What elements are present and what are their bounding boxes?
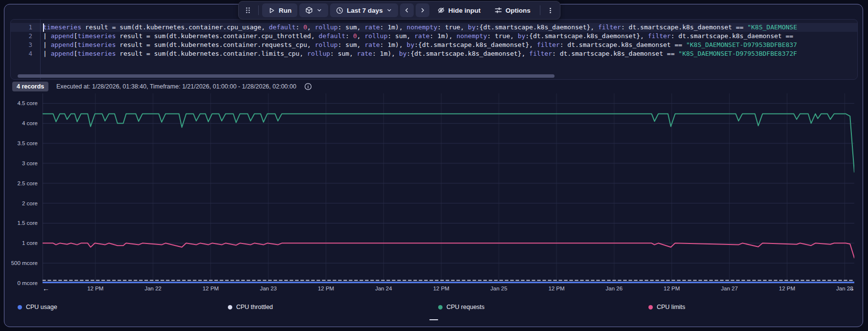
cell-resize-handle[interactable] — [429, 319, 438, 321]
sliders-icon — [494, 6, 502, 14]
y-axis-label: 1 core — [4, 240, 38, 246]
drag-handle[interactable] — [241, 3, 255, 17]
x-axis-label: Jan 24 — [366, 286, 401, 291]
code-line[interactable]: 3| append[timeseries result = sum(dt.kub… — [11, 41, 857, 49]
legend-color-dot — [438, 305, 443, 309]
legend-item-cpu-throttled[interactable]: CPU throttled — [228, 304, 273, 310]
notebook-cell: Run Last 7 days — [4, 4, 863, 327]
legend-color-dot — [648, 305, 653, 309]
y-axis-label: 0 mcore — [4, 280, 38, 286]
x-axis-label: 12 PM — [539, 286, 574, 291]
legend-label: CPU throttled — [236, 304, 273, 310]
info-icon[interactable] — [304, 83, 312, 90]
legend-color-dot — [228, 305, 232, 309]
legend-item-cpu-requests[interactable]: CPU requests — [438, 304, 485, 310]
records-count-badge: 4 records — [12, 82, 48, 91]
execution-info-text: Executed at: 1/28/2026, 01:38:40, Timefr… — [56, 83, 296, 90]
x-axis-label: 12 PM — [309, 286, 344, 291]
hide-input-button[interactable]: Hide input — [431, 3, 487, 17]
x-axis-label: Jan 23 — [251, 286, 286, 291]
chevron-left-icon — [403, 7, 410, 14]
code-text: | append[timeseries result = sum(dt.kube… — [40, 41, 857, 49]
legend-label: CPU limits — [657, 304, 685, 310]
x-axis-label: 12 PM — [78, 286, 113, 291]
x-axis-label: Jan 27 — [712, 286, 747, 291]
x-axis-label: 12 PM — [654, 286, 690, 291]
cell-toolbar: Run Last 7 days — [238, 1, 560, 20]
line-number: 3 — [11, 41, 40, 49]
y-axis-label: 4 core — [4, 120, 38, 126]
timeframe-label: Last 7 days — [347, 7, 383, 14]
drag-handle-icon — [244, 6, 252, 14]
legend-item-cpu-limits[interactable]: CPU limits — [648, 304, 685, 310]
code-text: | append[timeseries result = sum(dt.kube… — [40, 32, 857, 41]
code-line[interactable]: 1timeseries result = sum(dt.kubernetes.c… — [11, 23, 857, 32]
y-axis-label: 4.5 core — [4, 100, 38, 106]
code-area: 1timeseries result = sum(dt.kubernetes.c… — [11, 23, 857, 58]
legend-item-cpu-usage[interactable]: CPU usage — [18, 304, 57, 310]
y-axis-label: 1.5 core — [4, 220, 38, 226]
legend-color-dot — [18, 305, 22, 309]
x-axis-label: 12 PM — [769, 286, 804, 291]
x-axis-label: Jan 28 — [827, 286, 862, 291]
y-axis-label: 3 core — [4, 160, 38, 166]
line-number: 1 — [11, 23, 40, 32]
y-axis-label: 500 mcore — [4, 260, 38, 266]
hide-input-label: Hide input — [448, 7, 481, 14]
scrollbar-thumb[interactable] — [18, 74, 555, 78]
previous-timeframe-button[interactable] — [400, 3, 414, 17]
more-actions-button[interactable] — [544, 3, 557, 17]
query-editor[interactable]: 1timeseries result = sum(dt.kubernetes.c… — [10, 19, 858, 80]
results-bar: 4 records Executed at: 1/28/2026, 01:38:… — [12, 81, 312, 92]
line-number: 2 — [11, 32, 40, 41]
editor-horizontal-scrollbar — [15, 74, 853, 78]
y-axis-label: 3.5 core — [4, 140, 38, 146]
code-line[interactable]: 4| append[timeseries result = sum(dt.kub… — [11, 49, 857, 58]
timeseries-chart[interactable]: 0 mcore500 mcore1 core1.5 core2 core2.5 … — [4, 93, 864, 300]
x-axis-label: Jan 22 — [135, 286, 171, 291]
pan-left-arrow[interactable]: ← — [43, 284, 49, 293]
x-axis-label: Jan 26 — [597, 286, 632, 291]
code-text: | append[timeseries result = sum(dt.kube… — [40, 49, 857, 58]
y-axis-label: 2.5 core — [4, 180, 38, 186]
chart-plot-svg[interactable] — [43, 93, 854, 284]
eye-slash-icon — [437, 6, 445, 14]
run-button-label: Run — [279, 7, 291, 14]
toolbar-divider — [258, 5, 259, 15]
legend-label: CPU requests — [446, 304, 485, 310]
x-axis-label: Jan 25 — [481, 286, 516, 291]
play-icon — [268, 7, 275, 14]
cube-icon — [305, 6, 313, 14]
chevron-down-icon — [386, 7, 392, 13]
options-button[interactable]: Options — [489, 3, 536, 17]
options-label: Options — [506, 7, 531, 14]
chart-legend: CPU usageCPU throttledCPU requestsCPU li… — [4, 304, 864, 316]
legend-label: CPU usage — [26, 304, 57, 310]
kebab-menu-icon — [547, 7, 554, 14]
x-axis-label: 12 PM — [193, 286, 228, 291]
code-text: timeseries result = sum(dt.kubernetes.co… — [40, 23, 857, 32]
line-number: 4 — [11, 49, 40, 58]
toolbar-divider — [540, 5, 540, 15]
run-button[interactable]: Run — [262, 3, 297, 17]
y-axis-label: 2 core — [4, 200, 38, 206]
clock-icon — [336, 7, 343, 14]
text-cursor — [43, 23, 44, 32]
section-type-button[interactable] — [299, 3, 328, 17]
x-axis-label: 12 PM — [423, 286, 459, 291]
next-timeframe-button[interactable] — [416, 3, 429, 17]
chevron-down-icon — [316, 7, 322, 13]
chevron-right-icon — [419, 7, 426, 14]
timeframe-button[interactable]: Last 7 days — [330, 3, 398, 17]
code-line[interactable]: 2| append[timeseries result = sum(dt.kub… — [11, 32, 857, 41]
pan-right-arrow[interactable]: → — [848, 284, 855, 293]
